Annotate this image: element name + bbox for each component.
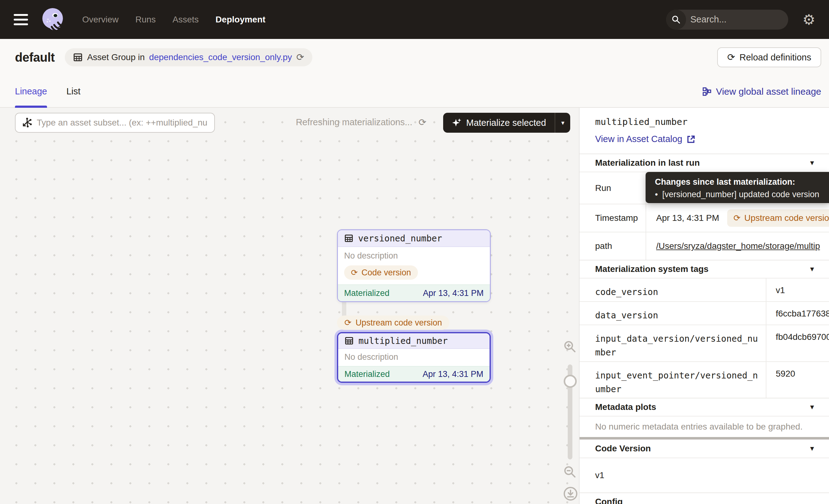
download-view-icon[interactable] — [563, 486, 578, 501]
row-input-event-pointer: input_event_pointer/versioned_number 592… — [580, 361, 829, 398]
refresh-status: Refreshing materializations... ⟳ — [296, 117, 426, 128]
tab-lineage[interactable]: Lineage — [15, 76, 47, 107]
section-header-last-run[interactable]: Materialization in last run ▼ — [580, 153, 829, 172]
row-data-version: data_version f6ccba177638 — [580, 301, 829, 325]
asset-details-sidebar: multiplied_number View in Asset Catalog … — [579, 108, 829, 504]
hamburger-menu-icon[interactable] — [14, 14, 28, 25]
zoom-out-icon[interactable] — [563, 465, 577, 479]
tooltip-change-item: [versioned_number] updated code version — [662, 190, 819, 200]
refresh-icon[interactable]: ⟳ — [296, 52, 304, 62]
code-version-value: v1 — [580, 458, 829, 493]
chevron-down-icon: ▼ — [809, 403, 815, 411]
bullet: • — [655, 190, 658, 200]
tooltip-title: Changes since last materialization: — [655, 177, 829, 187]
chevron-down-icon: ▼ — [809, 445, 815, 452]
materialized-timestamp[interactable]: Apr 13, 4:31 PM — [423, 369, 483, 379]
materialized-status: Materialized — [345, 369, 390, 379]
row-path: path /Users/sryza/dagster_home/storage/m… — [580, 232, 829, 260]
global-search[interactable]: / — [666, 10, 788, 30]
materialized-status: Materialized — [344, 288, 390, 298]
nav-item-runs[interactable]: Runs — [136, 15, 156, 25]
row-input-data-version: input_data_version/versioned_number fb04… — [580, 325, 829, 361]
code-version-tag: ⟳ Code version — [344, 265, 418, 280]
table-grid-icon — [344, 233, 354, 243]
lineage-graph-icon — [702, 87, 712, 96]
nav-item-assets[interactable]: Assets — [173, 15, 199, 25]
code-version-change-icon: ⟳ — [345, 319, 352, 327]
settings-gear-icon[interactable]: ⚙ — [802, 12, 815, 27]
sidebar-asset-title: multiplied_number — [595, 116, 814, 127]
section-header-system-tags[interactable]: Materialization system tags ▼ — [580, 260, 829, 278]
zoom-in-icon[interactable] — [563, 340, 577, 354]
panel-resize-handle[interactable] — [580, 437, 829, 439]
code-version-change-icon: ⟳ — [351, 268, 358, 277]
asset-name: versioned_number — [358, 233, 442, 244]
path-link[interactable]: /Users/sryza/dagster_home/storage/multip — [656, 241, 820, 251]
dagster-logo[interactable] — [40, 7, 66, 32]
chevron-down-icon: ▼ — [809, 265, 815, 273]
metadata-plots-empty-message: No numeric metadata entries available to… — [580, 416, 829, 437]
asset-subset-input[interactable] — [37, 118, 208, 128]
timestamp-value[interactable]: Apr 13, 4:31 PM — [656, 213, 719, 223]
asset-description: No description — [344, 251, 483, 261]
tab-list[interactable]: List — [66, 76, 80, 107]
table-grid-icon — [345, 336, 354, 346]
row-code-version: code_version v1 — [580, 278, 829, 301]
asset-selection-icon — [22, 117, 32, 128]
view-global-lineage-link[interactable]: View global asset lineage — [702, 86, 821, 97]
chevron-down-icon: ▼ — [809, 159, 815, 167]
asset-graph-canvas[interactable]: Refreshing materializations... ⟳ Materia… — [0, 108, 579, 504]
asset-node-versioned-number[interactable]: versioned_number No description ⟳ Code v… — [337, 229, 491, 302]
upstream-code-version-tag: ⟳ Upstream code version — [727, 209, 829, 227]
search-icon — [666, 10, 686, 30]
section-header-metadata-plots[interactable]: Metadata plots ▼ — [580, 398, 829, 416]
changes-tooltip: Changes since last materialization: • [v… — [646, 172, 829, 203]
asset-description: No description — [345, 352, 483, 362]
page-title: default — [15, 50, 55, 65]
reload-definitions-button[interactable]: ⟳ Reload definitions — [717, 47, 821, 67]
dagster-octopus-icon — [40, 7, 66, 32]
search-input[interactable] — [686, 14, 788, 25]
zoom-slider-handle[interactable] — [564, 375, 577, 388]
asset-node-multiplied-number[interactable]: multiplied_number No description Materia… — [337, 332, 491, 383]
primary-nav: Overview Runs Assets Deployment — [82, 15, 265, 25]
materialize-dropdown-caret[interactable]: ▾ — [555, 113, 570, 133]
top-nav: Overview Runs Assets Deployment / ⚙ — [0, 0, 829, 39]
nav-item-deployment[interactable]: Deployment — [216, 15, 265, 25]
view-in-asset-catalog-link[interactable]: View in Asset Catalog — [595, 134, 814, 144]
asset-group-label: Asset Group in — [87, 52, 145, 62]
sparkle-icon — [452, 118, 462, 128]
asset-subset-filter[interactable] — [15, 113, 215, 133]
row-timestamp: Timestamp Apr 13, 4:31 PM ⟳ Upstream cod… — [580, 204, 829, 232]
section-header-code-version[interactable]: Code Version ▼ — [580, 439, 829, 458]
materialize-selected-button[interactable]: Materialize selected ▾ — [443, 113, 570, 133]
asset-group-pill: Asset Group in dependencies_code_version… — [65, 48, 312, 66]
refresh-spinner-icon[interactable]: ⟳ — [419, 118, 426, 127]
section-header-config[interactable]: Config — [580, 493, 829, 504]
asset-name: multiplied_number — [358, 336, 448, 346]
materialized-timestamp[interactable]: Apr 13, 4:31 PM — [423, 288, 483, 298]
tab-bar: Lineage List View global asset lineage — [0, 76, 829, 108]
code-version-change-icon: ⟳ — [733, 214, 741, 222]
table-grid-icon — [73, 52, 83, 62]
reload-icon: ⟳ — [727, 52, 735, 62]
nav-item-overview[interactable]: Overview — [82, 15, 119, 25]
external-link-icon — [687, 135, 695, 144]
upstream-code-version-tag: ⟳ Upstream code version — [337, 316, 449, 330]
page-header: default Asset Group in dependencies_code… — [0, 39, 829, 76]
asset-group-file-link[interactable]: dependencies_code_version_only.py — [149, 52, 292, 62]
